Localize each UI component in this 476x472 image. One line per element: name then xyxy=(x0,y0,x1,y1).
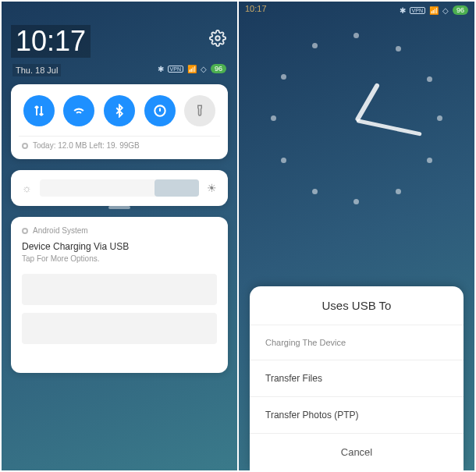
blurred-content xyxy=(22,274,217,305)
bluetooth-icon: ✱ xyxy=(158,65,164,73)
clock-time: 10:17 xyxy=(11,25,91,58)
blurred-content xyxy=(22,313,217,344)
signal-icon: 📶 xyxy=(429,6,439,15)
flashlight-toggle[interactable] xyxy=(184,95,215,126)
notification-source-text: Android System xyxy=(33,226,88,235)
data-usage-row[interactable]: Today: 12.0 MB Left: 19. 99GB xyxy=(19,136,220,151)
analog-clock xyxy=(271,33,442,204)
settings-icon[interactable] xyxy=(209,30,226,47)
brightness-high-icon: ☀ xyxy=(207,182,217,194)
bluetooth-icon: ✱ xyxy=(400,6,406,15)
mobile-data-toggle[interactable] xyxy=(23,95,55,126)
status-bar xyxy=(2,2,237,19)
brightness-fill xyxy=(155,179,199,197)
drag-handle[interactable] xyxy=(108,206,130,209)
screen-notification-shade: 10:17 Thu. 18 Jul ✱ VPN 📶 ◇ 96 xyxy=(2,2,237,470)
toggle-row xyxy=(19,95,220,126)
signal-icon: 📶 xyxy=(187,65,197,73)
sheet-title: Uses USB To xyxy=(250,299,464,325)
status-indicators: ✱ VPN 📶 ◇ 96 xyxy=(158,64,226,73)
bluetooth-toggle[interactable] xyxy=(104,95,135,126)
hour-hand xyxy=(354,83,380,122)
wifi-icon: ◇ xyxy=(201,65,207,73)
svg-point-0 xyxy=(215,36,220,41)
battery-badge: 96 xyxy=(453,5,468,15)
usb-option-charging[interactable]: Charging The Device xyxy=(250,325,464,360)
status-bar: 10:17 ✱ VPN 📶 ◇ 96 xyxy=(239,2,474,19)
wifi-icon: ◇ xyxy=(442,6,449,15)
quick-settings-panel: Today: 12.0 MB Left: 19. 99GB xyxy=(11,84,228,159)
notification-source: Android System xyxy=(22,226,217,235)
notification-card[interactable]: Android System Device Charging Via USB T… xyxy=(11,217,228,373)
notification-subtitle: Tap For More Options. xyxy=(22,254,217,263)
brightness-panel: ☼ ☀ xyxy=(11,170,228,206)
brightness-slider[interactable] xyxy=(40,179,199,197)
dnd-toggle[interactable] xyxy=(144,95,176,126)
brightness-low-icon: ☼ xyxy=(22,182,32,194)
vpn-badge: VPN xyxy=(410,7,425,14)
data-usage-text: Today: 12.0 MB Left: 19. 99GB xyxy=(33,141,140,150)
vpn-badge: VPN xyxy=(168,66,183,73)
usb-option-ptp[interactable]: Transfer Photos (PTP) xyxy=(250,396,464,433)
wifi-toggle[interactable] xyxy=(63,95,94,126)
android-icon xyxy=(22,228,28,234)
notification-title: Device Charging Via USB xyxy=(22,241,217,252)
cancel-button[interactable]: Cancel xyxy=(250,433,464,470)
date-label: Thu. 18 Jul xyxy=(12,64,61,76)
battery-badge: 96 xyxy=(211,64,226,73)
usb-options-sheet: Uses USB To Charging The Device Transfer… xyxy=(250,286,464,470)
usb-option-files[interactable]: Transfer Files xyxy=(250,360,464,396)
data-usage-icon xyxy=(22,143,28,149)
status-time: 10:17 xyxy=(245,4,267,13)
status-icons: ✱ VPN 📶 ◇ 96 xyxy=(400,5,468,15)
minute-hand xyxy=(356,119,421,137)
screen-usb-dialog: 10:17 ✱ VPN 📶 ◇ 96 Uses USB To Charging … xyxy=(239,2,474,470)
